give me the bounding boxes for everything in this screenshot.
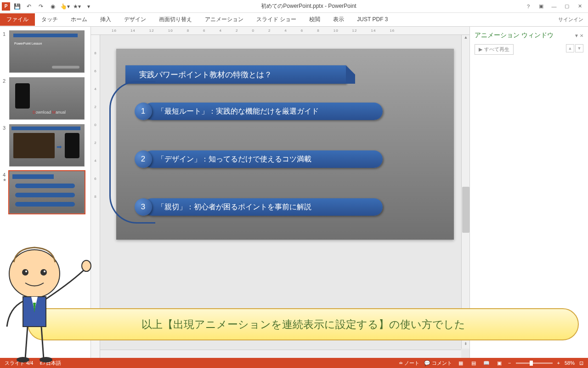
vertical-scrollbar[interactable]: ▲ ▼ ⇞ ⇟ (461, 35, 469, 349)
sorter-view-icon[interactable]: ▤ (469, 360, 478, 366)
window-title: 初めてのPowerPoint.pptx - PowerPoint (94, 2, 524, 10)
reading-view-icon[interactable]: 📖 (482, 360, 491, 366)
tab-transitions[interactable]: 画面切り替え (153, 13, 198, 26)
maximize-icon[interactable]: ▢ (562, 2, 571, 11)
scroll-up-icon[interactable]: ▲ (462, 35, 469, 42)
svg-point-5 (82, 260, 91, 271)
minimize-icon[interactable]: — (549, 2, 559, 11)
slide-title-banner[interactable]: 実践パワーポイント教材の特徴とは？ (125, 65, 346, 84)
tab-justpdf[interactable]: JUST PDF 3 (351, 14, 394, 25)
tab-review[interactable]: 校閲 (303, 13, 327, 26)
svg-point-8 (17, 357, 29, 362)
animation-indicator-icon: ★ (3, 178, 9, 182)
pane-dropdown-icon[interactable]: ▼ (574, 33, 579, 38)
tab-home[interactable]: ホーム (64, 13, 94, 26)
signin-link[interactable]: サインイン (558, 16, 583, 23)
slide-thumb-1[interactable]: PowerPoint Lesson (9, 30, 85, 73)
bullet-item-3[interactable]: 3 「親切」：初心者が困るポイントを事前に解説 (135, 198, 383, 216)
ribbon-options-icon[interactable]: ▣ (537, 2, 546, 11)
fit-window-icon[interactable]: ⊡ (579, 360, 583, 366)
svg-point-2 (25, 270, 27, 272)
horizontal-scrollbar[interactable] (100, 350, 461, 358)
svg-point-9 (40, 357, 52, 362)
slide-canvas[interactable]: 実践パワーポイント教材の特徴とは？ 1 「最短ルート」：実践的な機能だけを厳選ガ… (116, 49, 454, 240)
slide-thumb-4[interactable] (9, 171, 85, 213)
zoom-slider[interactable] (516, 362, 553, 364)
mascot-character (0, 235, 92, 363)
save-icon[interactable]: 💾 (12, 1, 22, 12)
tab-view[interactable]: 表示 (327, 13, 351, 26)
tab-touch[interactable]: タッチ (35, 13, 64, 26)
animation-pane-title: アニメーション ウィンドウ (475, 31, 554, 40)
redo-icon[interactable]: ↷ (36, 1, 46, 12)
tab-slideshow[interactable]: スライド ショー (250, 13, 303, 26)
zoom-in-icon[interactable]: + (557, 360, 560, 366)
qat-customize-icon[interactable]: ▾ (84, 1, 94, 12)
svg-point-3 (40, 269, 47, 276)
scroll-thumb[interactable] (462, 187, 469, 233)
tutorial-speech-bubble: 以上【出現アニメーションを連続表示に設定する】の使い方でした (28, 308, 579, 340)
play-all-button[interactable]: ▶ すべて再生 (475, 44, 514, 55)
tab-design[interactable]: デザイン (118, 13, 153, 26)
thumb-number: 3 (3, 124, 9, 167)
bullet-item-1[interactable]: 1 「最短ルート」：実践的な機能だけを厳選ガイド (135, 102, 383, 121)
qat-star-icon[interactable]: ★▾ (72, 1, 82, 12)
undo-icon[interactable]: ↶ (24, 1, 34, 12)
zoom-level[interactable]: 58% (565, 360, 575, 366)
move-up-icon[interactable]: ▲ (566, 44, 574, 52)
normal-view-icon[interactable]: ▦ (457, 360, 465, 366)
help-icon[interactable]: ? (524, 2, 533, 11)
thumb-number: 1 (3, 30, 9, 73)
notes-button[interactable]: ≐ ノート (399, 360, 419, 367)
svg-line-7 (41, 327, 44, 359)
tab-file[interactable]: ファイル (0, 13, 35, 26)
comments-button[interactable]: 💬 コメント (424, 360, 452, 367)
tab-animations[interactable]: アニメーション (198, 13, 250, 26)
pane-close-icon[interactable]: ✕ (580, 33, 583, 38)
qat-start-icon[interactable]: ◉ (48, 1, 58, 12)
slideshow-view-icon[interactable]: ▣ (495, 360, 503, 366)
app-icon: P (2, 2, 10, 11)
tab-insert[interactable]: 挿入 (94, 13, 118, 26)
thumb-number: 4 (3, 171, 9, 178)
next-slide-icon[interactable]: ⇟ (462, 341, 469, 349)
svg-point-0 (9, 250, 60, 298)
slide-thumb-3[interactable]: ➡ (9, 124, 85, 167)
zoom-out-icon[interactable]: − (508, 360, 511, 366)
horizontal-ruler: 1614121086420246810121416 (91, 27, 469, 35)
svg-line-6 (25, 327, 28, 359)
thumb-number: 2 (3, 77, 9, 120)
close-icon[interactable]: ✕ (575, 2, 584, 11)
move-down-icon[interactable]: ▼ (575, 44, 583, 52)
touch-mode-icon[interactable]: 👆▾ (60, 1, 70, 12)
svg-point-1 (22, 269, 28, 276)
slide-thumb-2[interactable]: Download Manual (9, 77, 85, 120)
bullet-item-2[interactable]: 2 「デザイン」：知ってるだけで使えるコツ満載 (135, 150, 383, 168)
svg-point-4 (44, 270, 45, 272)
